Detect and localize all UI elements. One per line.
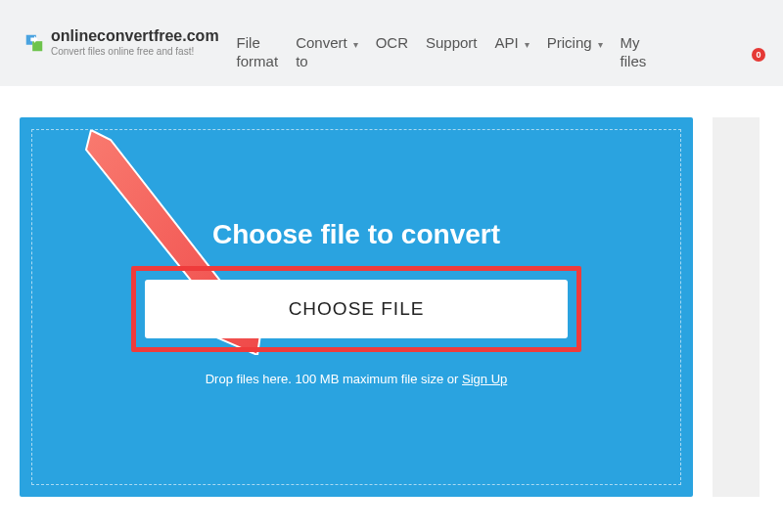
- chevron-down-icon: ▾: [598, 34, 603, 52]
- chevron-down-icon: ▾: [353, 34, 358, 52]
- upload-heading: Choose file to convert: [212, 219, 500, 250]
- upload-panel: Choose file to convert CHOOSE FILE Drop …: [20, 117, 693, 497]
- nav-file-format[interactable]: File format: [237, 34, 279, 71]
- notification-badge[interactable]: 0: [752, 48, 765, 62]
- upload-dropzone[interactable]: Choose file to convert CHOOSE FILE Drop …: [31, 129, 681, 485]
- nav-my-files[interactable]: My files: [621, 34, 647, 71]
- header: onlineconvertfree.com Convert files onli…: [0, 0, 783, 86]
- content: Choose file to convert CHOOSE FILE Drop …: [0, 86, 783, 497]
- upload-hint: Drop files here. 100 MB maximum file siz…: [206, 372, 508, 386]
- logo-icon: [23, 32, 45, 54]
- signup-link[interactable]: Sign Up: [462, 372, 507, 386]
- chevron-down-icon: ▾: [525, 34, 530, 52]
- logo-title: onlineconvertfree.com: [51, 28, 219, 45]
- nav-support[interactable]: Support: [426, 34, 478, 53]
- nav-pricing[interactable]: Pricing ▾: [547, 34, 603, 53]
- logo[interactable]: onlineconvertfree.com Convert files onli…: [23, 28, 219, 57]
- nav-convert-to[interactable]: Convert to ▾: [296, 34, 358, 71]
- nav-api[interactable]: API ▾: [495, 34, 530, 53]
- nav-ocr[interactable]: OCR: [376, 34, 408, 53]
- side-placeholder: [713, 117, 760, 497]
- choose-file-button[interactable]: CHOOSE FILE: [145, 280, 568, 338]
- nav: File format Convert to ▾ OCR Support API…: [237, 15, 744, 71]
- logo-subtitle: Convert files online free and fast!: [51, 47, 219, 58]
